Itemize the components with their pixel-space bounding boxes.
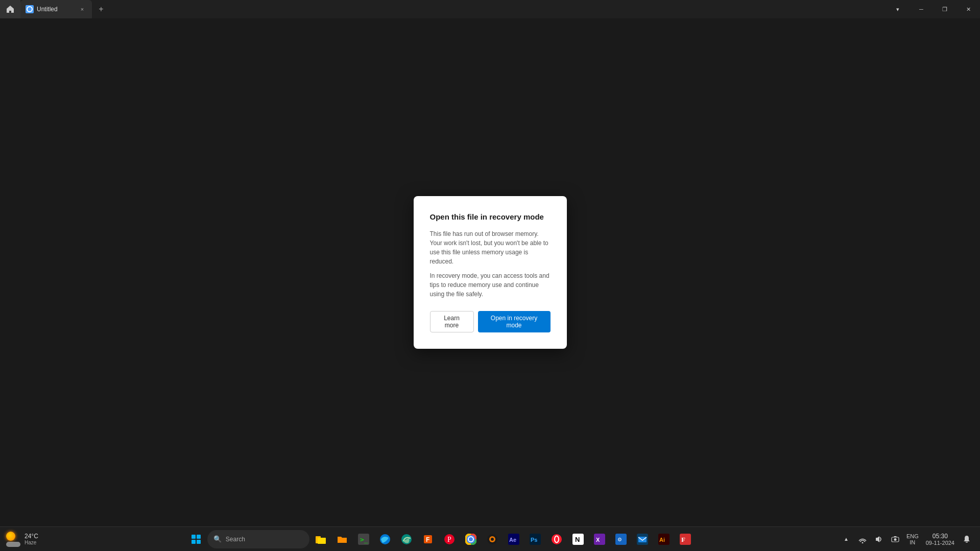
taskbar-ai-icon[interactable]: Ai — [654, 529, 674, 549]
taskbar-chrome-icon[interactable] — [461, 529, 481, 549]
taskbar-center: 🔍 Search >_ F P Ae — [42, 529, 839, 549]
taskbar-folder-icon[interactable] — [332, 529, 352, 549]
taskbar-ae-icon[interactable]: Ae — [504, 529, 524, 549]
svg-text:⚙: ⚙ — [617, 537, 622, 542]
svg-text:>_: >_ — [360, 536, 368, 543]
svg-text:Ps: Ps — [531, 537, 537, 543]
show-hidden-icons-button[interactable]: ▲ — [839, 532, 853, 546]
weather-temperature: 24°C — [25, 533, 38, 540]
svg-text:F: F — [426, 536, 429, 543]
tray-camera-icon[interactable] — [888, 532, 902, 546]
svg-point-36 — [894, 538, 896, 541]
title-bar-left: Untitled × + — [0, 0, 886, 18]
svg-rect-29 — [638, 537, 647, 542]
close-button[interactable]: ✕ — [957, 0, 980, 18]
taskbar-terminal-icon[interactable]: >_ — [353, 529, 374, 549]
svg-point-12 — [469, 537, 473, 541]
taskbar-fontsapp-icon[interactable]: F — [675, 529, 696, 549]
dialog-body-1: This file has run out of browser memory.… — [430, 229, 551, 266]
svg-text:N: N — [575, 536, 580, 543]
clock-date: 09-11-2024 — [926, 540, 954, 546]
tray-network-icon[interactable] — [855, 532, 870, 546]
svg-text:Ae: Ae — [509, 537, 516, 543]
tabs-dropdown-button[interactable]: ▾ — [886, 0, 910, 18]
active-tab[interactable]: Untitled × — [20, 0, 92, 18]
svg-point-34 — [862, 542, 863, 543]
clock-time: 05:30 — [933, 533, 948, 540]
tray-volume-icon[interactable] — [872, 532, 886, 546]
weather-text: 24°C Haze — [25, 533, 38, 545]
dialog-title: Open this file in recovery mode — [430, 212, 551, 221]
chevron-down-icon: ▾ — [896, 6, 899, 13]
search-bar[interactable]: 🔍 Search — [207, 530, 309, 548]
taskbar-ps-icon[interactable]: Ps — [525, 529, 545, 549]
main-content: Open this file in recovery mode This fil… — [0, 18, 980, 526]
language-line1: ENG — [906, 533, 919, 539]
taskbar: 24°C Haze 🔍 Search >_ — [0, 526, 980, 551]
svg-text:F: F — [681, 536, 685, 543]
svg-text:X: X — [596, 537, 600, 543]
weather-widget[interactable]: 24°C Haze — [2, 529, 42, 549]
title-bar-controls: ▾ ─ ❐ ✕ — [886, 0, 980, 18]
clock-area[interactable]: 05:30 09-11-2024 — [923, 529, 958, 549]
taskbar-tools-icon[interactable]: ⚙ — [611, 529, 631, 549]
windows-logo — [192, 535, 201, 544]
new-tab-button[interactable]: + — [94, 2, 108, 16]
maximize-icon: ❐ — [942, 6, 947, 13]
svg-rect-1 — [318, 538, 326, 544]
chevron-up-icon: ▲ — [844, 536, 849, 542]
svg-text:Ai: Ai — [659, 537, 665, 543]
notification-button[interactable] — [960, 532, 974, 546]
recovery-dialog: Open this file in recovery mode This fil… — [414, 196, 567, 349]
taskbar-notion-icon[interactable]: N — [568, 529, 588, 549]
dialog-body-2: In recovery mode, you can access tools a… — [430, 271, 551, 299]
home-button[interactable] — [0, 0, 20, 18]
taskbar-app2-icon[interactable]: X — [589, 529, 610, 549]
weather-icon — [6, 532, 21, 547]
taskbar-files2-icon[interactable]: F — [418, 529, 438, 549]
title-bar: Untitled × + ▾ ─ ❐ ✕ — [0, 0, 980, 18]
taskbar-blender-icon[interactable] — [482, 529, 503, 549]
weather-description: Haze — [25, 540, 38, 545]
language-line2: IN — [910, 539, 915, 545]
svg-point-15 — [491, 538, 494, 541]
tab-title: Untitled — [37, 6, 75, 13]
dialog-actions: Learn more Open in recovery mode — [430, 311, 551, 332]
language-indicator[interactable]: ENG IN — [904, 532, 921, 546]
taskbar-opera-icon[interactable] — [546, 529, 567, 549]
taskbar-edge-icon[interactable] — [396, 529, 417, 549]
close-icon: ✕ — [966, 6, 971, 13]
taskbar-right: ▲ ENG IN 05:30 09-11-2024 — [839, 529, 978, 549]
svg-text:P: P — [447, 536, 451, 543]
taskbar-files-icon[interactable] — [310, 529, 331, 549]
tab-favicon — [26, 5, 34, 13]
minimize-button[interactable]: ─ — [910, 0, 933, 18]
taskbar-pinterest-icon[interactable]: P — [439, 529, 460, 549]
taskbar-mail-icon[interactable] — [632, 529, 653, 549]
taskbar-edge-lookalike-icon[interactable] — [375, 529, 395, 549]
open-recovery-button[interactable]: Open in recovery mode — [478, 311, 551, 332]
minimize-icon: ─ — [919, 6, 923, 12]
search-placeholder-text: Search — [226, 536, 245, 543]
dialog-overlay: Open this file in recovery mode This fil… — [0, 18, 980, 526]
maximize-button[interactable]: ❐ — [933, 0, 957, 18]
tab-close-button[interactable]: × — [78, 5, 87, 14]
search-icon: 🔍 — [213, 535, 222, 543]
start-button[interactable] — [186, 529, 206, 549]
learn-more-button[interactable]: Learn more — [430, 311, 474, 332]
